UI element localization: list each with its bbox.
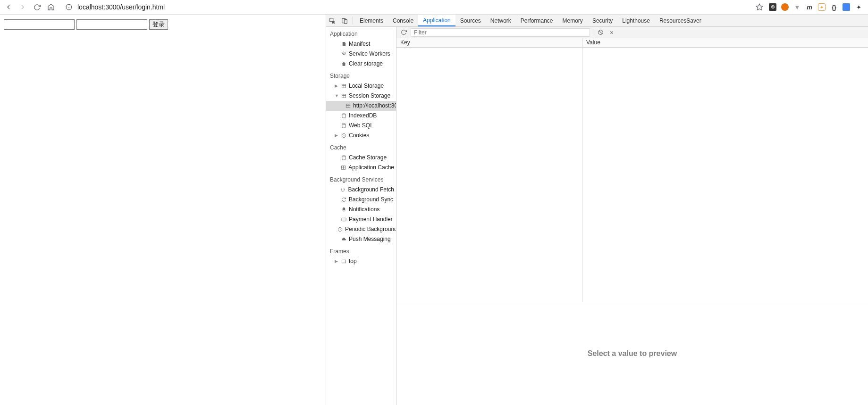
filter-input[interactable]	[411, 28, 590, 37]
address-bar[interactable]: localhost:3000/user/login.html	[60, 1, 750, 13]
extensions-puzzle-icon[interactable]: ✦	[855, 3, 862, 11]
tab-lighthouse[interactable]: Lighthouse	[617, 15, 655, 26]
sidebar-item-payment-handler[interactable]: Payment Handler	[326, 215, 396, 224]
application-sidebar: Application Manifest Service Workers Cle…	[326, 27, 396, 405]
svg-rect-6	[344, 19, 347, 23]
sidebar-item-cache-storage[interactable]: Cache Storage	[326, 153, 396, 163]
frame-icon	[341, 259, 346, 264]
devtools-panel: Elements Console Application Sources Net…	[326, 15, 868, 405]
bookmark-star-icon[interactable]	[755, 2, 764, 12]
sidebar-item-frame-top[interactable]: ▶ top	[326, 256, 396, 266]
section-application: Application	[326, 27, 396, 39]
sidebar-item-label: Background Fetch	[348, 186, 394, 194]
separator	[593, 29, 593, 36]
gear-icon	[341, 51, 346, 57]
collapse-arrow-icon[interactable]: ▼	[335, 92, 338, 100]
tab-console[interactable]: Console	[388, 15, 418, 26]
sidebar-item-label: Notifications	[349, 206, 379, 214]
sidebar-item-service-workers[interactable]: Service Workers	[326, 49, 396, 59]
device-toggle-icon[interactable]	[338, 15, 351, 26]
sidebar-item-label: Background Sync	[349, 196, 393, 204]
sidebar-item-push-messaging[interactable]: Push Messaging	[326, 234, 396, 244]
sidebar-item-cookies[interactable]: ▶ Cookies	[326, 131, 396, 141]
tab-elements[interactable]: Elements	[355, 15, 388, 26]
column-header-value[interactable]: Value	[582, 38, 868, 48]
sidebar-item-websql[interactable]: Web SQL	[326, 121, 396, 131]
table-icon	[345, 103, 351, 109]
extension-icon-4[interactable]: m	[806, 3, 813, 11]
document-icon	[341, 41, 346, 47]
sidebar-item-application-cache[interactable]: Application Cache	[326, 163, 396, 173]
sidebar-item-label: Manifest	[349, 40, 370, 48]
svg-point-17	[342, 114, 345, 115]
filter-toolbar: ×	[396, 27, 868, 38]
back-button[interactable]	[4, 2, 13, 12]
sidebar-item-label: top	[349, 257, 357, 265]
home-button[interactable]	[46, 2, 56, 12]
extension-icon-1[interactable]: ⦿	[769, 3, 776, 11]
page-viewport: 登录	[0, 15, 326, 405]
sidebar-item-label: Cookies	[349, 132, 369, 140]
sidebar-item-session-origin[interactable]: http://localhost:3000	[326, 101, 396, 111]
extension-icon-2[interactable]	[781, 3, 789, 11]
devtools-tabbar: Elements Console Application Sources Net…	[326, 15, 868, 27]
extension-icon-6[interactable]: {}	[830, 3, 838, 11]
expand-arrow-icon[interactable]: ▶	[335, 257, 338, 265]
svg-point-21	[344, 136, 344, 136]
sidebar-item-session-storage[interactable]: ▼ Session Storage	[326, 91, 396, 101]
username-input[interactable]	[4, 19, 75, 30]
tab-security[interactable]: Security	[588, 15, 617, 26]
section-frames: Frames	[326, 244, 396, 256]
browser-toolbar: localhost:3000/user/login.html ⦿ ▼ m ✦ {…	[0, 0, 868, 15]
bell-icon	[341, 207, 346, 213]
separator	[353, 17, 353, 25]
sidebar-item-notifications[interactable]: Notifications	[326, 205, 396, 215]
refresh-icon[interactable]	[399, 28, 408, 37]
sync-icon	[341, 197, 346, 203]
site-info-icon[interactable]	[64, 2, 74, 12]
sidebar-item-clear-storage[interactable]: Clear storage	[326, 59, 396, 69]
delete-selected-icon[interactable]: ×	[607, 28, 616, 37]
login-form: 登录	[0, 15, 326, 34]
value-column: Value	[582, 38, 868, 302]
tab-resourcessaver[interactable]: ResourcesSaver	[655, 15, 706, 26]
inspect-element-icon[interactable]	[326, 15, 338, 26]
tab-memory[interactable]: Memory	[558, 15, 588, 26]
sidebar-item-background-fetch[interactable]: Background Fetch	[326, 185, 396, 195]
sidebar-item-label: http://localhost:3000	[353, 102, 396, 110]
sidebar-item-label: Push Messaging	[349, 235, 391, 243]
reload-button[interactable]	[32, 2, 42, 12]
tab-application[interactable]: Application	[418, 15, 455, 26]
expand-arrow-icon[interactable]: ▶	[335, 132, 338, 140]
database-icon	[341, 113, 346, 119]
sidebar-item-indexeddb[interactable]: IndexedDB	[326, 111, 396, 121]
storage-table: Key Value	[396, 38, 868, 302]
column-header-key[interactable]: Key	[396, 38, 582, 48]
sidebar-item-background-sync[interactable]: Background Sync	[326, 195, 396, 205]
login-button[interactable]: 登录	[149, 19, 168, 30]
devtools-body: Application Manifest Service Workers Cle…	[326, 27, 868, 405]
database-icon	[341, 123, 346, 129]
sidebar-item-local-storage[interactable]: ▶ Local Storage	[326, 81, 396, 91]
tab-performance[interactable]: Performance	[516, 15, 558, 26]
storage-main-panel: × Key Value Select a value to preview	[396, 27, 868, 405]
table-icon	[341, 93, 346, 99]
extension-icon-7[interactable]	[843, 3, 850, 11]
sidebar-item-manifest[interactable]: Manifest	[326, 39, 396, 49]
cloud-icon	[341, 237, 346, 242]
extension-icon-5[interactable]: ✦	[818, 3, 826, 11]
password-input[interactable]	[76, 19, 147, 30]
svg-rect-26	[341, 218, 346, 221]
tab-network[interactable]: Network	[486, 15, 516, 26]
svg-line-31	[599, 31, 602, 34]
database-icon	[341, 155, 346, 161]
sidebar-item-label: Clear storage	[349, 60, 383, 68]
extensions-area: ⦿ ▼ m ✦ {} ✦	[769, 3, 864, 11]
expand-arrow-icon[interactable]: ▶	[335, 82, 338, 90]
sidebar-item-periodic-sync[interactable]: Periodic Background Syn	[326, 224, 396, 234]
forward-button[interactable]	[18, 2, 27, 12]
fetch-icon	[340, 187, 346, 193]
extension-icon-3[interactable]: ▼	[793, 3, 801, 11]
tab-sources[interactable]: Sources	[455, 15, 486, 26]
clear-all-icon[interactable]	[596, 28, 605, 37]
